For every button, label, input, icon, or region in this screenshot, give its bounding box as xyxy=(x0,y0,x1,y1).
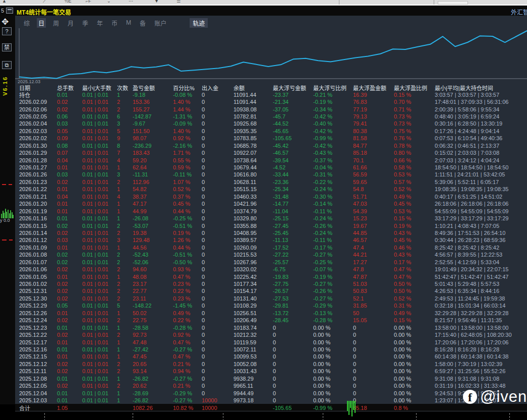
cell-total-lots: 0.02 xyxy=(57,266,82,272)
menu-tab-bei[interactable]: 备 xyxy=(138,18,147,28)
table-row[interactable]: 2026.01.230.020.01 | 0.012112.961.07 %01… xyxy=(15,178,527,186)
position-row[interactable]: 持仓0.010.01 | 0.011-9.18-0.08 %011091.44-… xyxy=(15,91,527,98)
menu-tab-nian[interactable]: 年 xyxy=(95,18,104,28)
cell-balance: 10679.44 xyxy=(233,164,273,170)
table-row[interactable]: 2026.01.160.010.01 | 0.011-26.08-0.25 %0… xyxy=(15,215,527,222)
table-row[interactable]: 2025.12.160.010.01 | 0.011-27.42-0.27 %0… xyxy=(15,346,527,353)
period-menu: 综日周月季年币M备账户轨迹 xyxy=(22,18,208,28)
cell-date: 2026.01.06 xyxy=(19,266,57,272)
cell-date: 2025.12.11 xyxy=(19,368,57,374)
cell-hold-time: 1:11:51 | 24:21:01 | 53:42:05 xyxy=(435,171,527,177)
table-row[interactable]: 2026.01.150.020.01 | 0.012-53.07-0.51 %0… xyxy=(15,222,527,229)
table-row[interactable]: 2026.01.060.020.01 | 0.01294.600.93 %010… xyxy=(15,266,527,273)
track-button[interactable]: 轨迹 xyxy=(190,18,208,28)
cell-balance: 10783.85 xyxy=(233,135,273,141)
cell-total-lots: 0.01 xyxy=(57,208,82,214)
menu-tab-ji[interactable]: 季 xyxy=(81,18,90,28)
cell-max-float-profit: 51.03 xyxy=(353,281,394,287)
table-row[interactable]: 2026.01.210.040.01 | 0.01438.370.37 %010… xyxy=(15,193,527,200)
table-row[interactable]: 2026.01.080.020.01 | 0.012-52.43-0.51 %0… xyxy=(15,251,527,258)
menu-tab-ri[interactable]: 日 xyxy=(37,18,46,28)
table-row[interactable]: 2025.12.240.020.01 | 0.01222.750.22 %010… xyxy=(15,317,527,324)
table-row[interactable]: 2026.01.190.010.01 | 0.01144.990.44 %010… xyxy=(15,207,527,214)
cell-balance: 10374.79 xyxy=(233,208,273,214)
table-row[interactable]: 2025.12.050.020.01 | 0.01220.620.21 %099… xyxy=(15,382,527,389)
cell-max-float-profit: 46.57 xyxy=(353,237,394,243)
menu-tab-yue[interactable]: 月 xyxy=(66,18,75,28)
cell-pl-pct: 0.49 % xyxy=(173,310,202,316)
move-icon[interactable]: ✥ xyxy=(2,17,9,27)
table-row[interactable]: 2025.12.080.010.01 | 0.011-26.82-0.27 %0… xyxy=(15,375,527,382)
cell-max-float-profit: 76.83 xyxy=(353,99,394,105)
table-row[interactable]: 2026.01.020.020.01 | 0.01223.170.23 %010… xyxy=(15,280,527,287)
minimize-button[interactable] xyxy=(6,8,13,14)
menu-tab-zhanghu[interactable]: 账户 xyxy=(153,18,168,28)
cell-minmax-lots: 0.01 | 0.01 xyxy=(82,303,117,309)
cell-pl: 20.62 xyxy=(133,383,173,389)
table-row[interactable]: 2026.01.200.010.01 | 0.01147.170.45 %010… xyxy=(15,200,527,207)
table-row[interactable]: 2026.02.090.020.01 | 0.012153.361.40 %01… xyxy=(15,98,527,105)
cell-pl-pct: -0.51 % xyxy=(173,252,202,258)
menu-tab-bi[interactable]: 币 xyxy=(110,18,119,28)
cell-balance: 10460.33 xyxy=(233,194,273,200)
table-row[interactable]: 2026.01.280.040.01 | 0.01459.200.55 %010… xyxy=(15,156,527,163)
cell-max-float-loss: 0 xyxy=(273,332,313,338)
menu-tab-m[interactable]: M xyxy=(125,19,133,27)
table-row[interactable]: 2025.12.030.010.01 | 0.011-26.82-0.27 %1… xyxy=(15,397,527,404)
table-row[interactable]: 2025.12.220.020.01 | 0.01292.730.92 %010… xyxy=(15,331,527,338)
cell-max-float-profit: 47.8 xyxy=(353,266,394,272)
table-row[interactable]: 2026.02.040.030.01 | 0.013-9.67-0.09 %01… xyxy=(15,120,527,127)
watermark: f @iven xyxy=(463,388,527,406)
table-row[interactable]: 2026.01.270.010.01 | 0.01162.640.59 %010… xyxy=(15,164,527,171)
windows-icon[interactable]: ⧉ xyxy=(2,61,12,69)
table-row[interactable]: 2025.12.230.010.01 | 0.011-28.58-0.28 %0… xyxy=(15,324,527,331)
cell-max-float-loss: -25.57 xyxy=(273,259,313,265)
cell-pl-pct: 1.40 % xyxy=(173,128,202,134)
cell-count: 1 xyxy=(117,376,133,382)
table-row[interactable]: 2025.12.290.050.01 | 0.015-148.22-1.45 %… xyxy=(15,302,527,309)
ban-button[interactable]: 禁 xyxy=(2,43,12,51)
table-row[interactable]: 2025.12.300.020.01 | 0.01223.110.23 %010… xyxy=(15,295,527,302)
table-row[interactable]: 2026.01.070.020.01 | 0.012-52.06-0.50 %0… xyxy=(15,259,527,266)
menu-tab-zong[interactable]: 综 xyxy=(22,18,31,28)
table-row[interactable]: 2025.12.170.010.01 | 0.01147.480.47 %010… xyxy=(15,338,527,345)
table-row[interactable]: 2026.01.220.010.01 | 0.01154.820.52 %010… xyxy=(15,186,527,193)
table-row[interactable]: 2025.12.310.020.01 | 0.01222.770.22 %010… xyxy=(15,287,527,294)
cell-minmax-lots: 0.01 | 0.01 xyxy=(82,208,117,214)
table-row[interactable]: 2026.02.060.020.01 | 0.012155.271.44 %01… xyxy=(15,105,527,112)
help-button[interactable]: ? xyxy=(2,27,12,35)
cell-minmax-lots: 0.01 | 0.01 xyxy=(82,252,117,258)
table-row[interactable]: 2025.12.260.010.01 | 0.01150.020.49 %010… xyxy=(15,310,527,317)
table-row[interactable]: 2026.01.050.010.01 | 0.01148.080.47 %010… xyxy=(15,273,527,280)
screen: ▲⟋½E⌐F⌄⋯▼☰ 5 MT4统计每一笔交易 外汇智 ✥ ? 禁 ⧉ V6.1… xyxy=(0,0,527,420)
table-row[interactable]: 2026.01.290.070.01 | 0.017183.431.71 %01… xyxy=(15,149,527,156)
cell-max-float-profit-pct: 0.00 % xyxy=(394,390,435,396)
table-row[interactable]: 2026.01.140.020.01 | 0.01219.380.19 %010… xyxy=(15,229,527,236)
toolbar-glyph: ▲ xyxy=(2,0,7,4)
cell-date: 2025.12.12 xyxy=(19,361,57,367)
cell-balance: 10628.11 xyxy=(233,179,273,185)
table-row[interactable]: 2025.12.120.020.01 | 0.01220.650.21 %010… xyxy=(15,361,527,368)
cell-pl-pct: 0.23 % xyxy=(173,295,202,302)
menu-tab-zhou[interactable]: 周 xyxy=(51,18,61,28)
cell-minmax-lots: 0.01 | 0.01 xyxy=(82,346,117,352)
table-row[interactable]: 2025.12.040.010.01 | 0.011-28.69-0.29 %0… xyxy=(15,389,527,396)
table-row[interactable]: 2026.01.260.030.01 | 0.013-11.31-0.11 %0… xyxy=(15,171,527,178)
table-row[interactable]: 2026.02.050.060.01 | 0.016-142.87-1.31 %… xyxy=(15,113,527,120)
table-row[interactable]: 2025.12.110.020.01 | 0.01293.140.94 %010… xyxy=(15,368,527,375)
table-row[interactable]: 2025.12.150.010.01 | 0.01147.450.47 %010… xyxy=(15,353,527,360)
table-row[interactable]: 2026.01.090.010.01 | 0.01144.560.44 %010… xyxy=(15,244,527,251)
cell-max-float-profit-pct: 0.49 % xyxy=(394,310,435,316)
table-row[interactable]: 2026.01.120.030.01 | 0.013129.481.26 %01… xyxy=(15,236,527,244)
cell-pl: 98.07 xyxy=(133,135,173,141)
toolbar-separator xyxy=(339,0,339,6)
cell-max-float-profit: 59.65 xyxy=(353,179,394,185)
cell-pl: 44.56 xyxy=(133,245,173,251)
cell-max-float-profit: 54.39 xyxy=(353,208,394,214)
table-row[interactable]: 2026.02.030.050.01 | 0.015151.501.40 %01… xyxy=(15,128,527,135)
table-row[interactable]: 2026.02.020.090.01 | 0.01998.070.92 %010… xyxy=(15,135,527,142)
cell-pl: 22.77 xyxy=(133,288,173,294)
cell-pl-pct: 0.45 % xyxy=(173,201,202,207)
cell-total-lots: 0.01 xyxy=(57,215,82,221)
table-row[interactable]: 2026.01.300.080.01 | 0.018-236.29-2.16 %… xyxy=(15,142,527,149)
